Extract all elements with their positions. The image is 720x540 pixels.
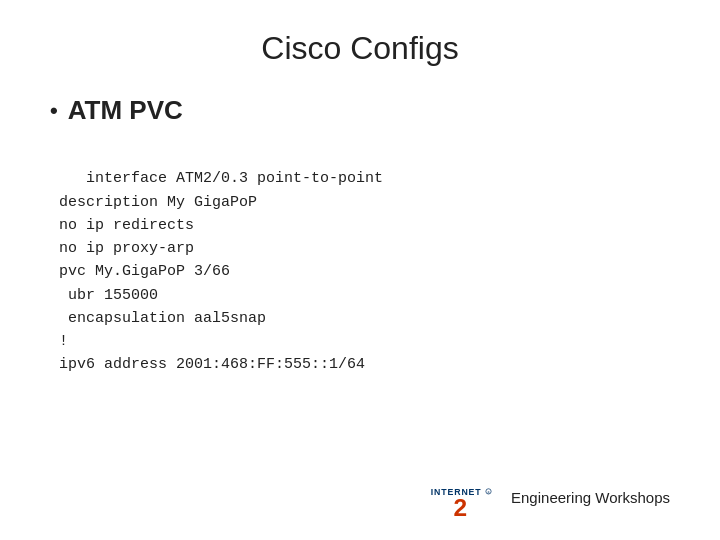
code-line-6: ubr 155000 — [50, 287, 158, 304]
code-line-3: no ip redirects — [50, 217, 194, 234]
code-line-1: interface ATM2/0.3 point-to-point — [86, 170, 383, 187]
code-line-2: description My GigaPoP — [50, 194, 257, 211]
bullet-item-atm: • ATM PVC — [50, 95, 670, 126]
internet2-logo-icon: INTERNET ® 2 — [429, 475, 499, 520]
code-block: interface ATM2/0.3 point-to-point descri… — [50, 144, 670, 400]
bullet-dot: • — [50, 98, 58, 124]
bullet-section: • ATM PVC — [50, 95, 670, 134]
page-title: Cisco Configs — [50, 30, 670, 67]
code-line-5: pvc My.GigaPoP 3/66 — [50, 263, 230, 280]
svg-text:®: ® — [487, 491, 490, 495]
code-line-8: ! — [50, 333, 68, 350]
bullet-label: ATM PVC — [68, 95, 183, 126]
code-line-9: ipv6 address 2001:468:FF:555::1/64 — [50, 356, 365, 373]
svg-text:2: 2 — [454, 494, 468, 520]
footer-workshop-label: Engineering Workshops — [511, 489, 670, 506]
code-line-7: encapsulation aal5snap — [50, 310, 266, 327]
code-line-4: no ip proxy-arp — [50, 240, 194, 257]
page-container: Cisco Configs • ATM PVC interface ATM2/0… — [0, 0, 720, 540]
footer: INTERNET ® 2 Engineering Workshops — [429, 475, 670, 520]
